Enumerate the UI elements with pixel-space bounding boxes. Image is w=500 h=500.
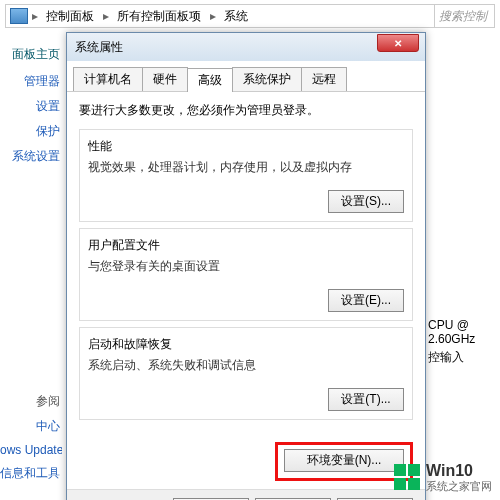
breadcrumb-nav: ▸ 控制面板 ▸ 所有控制面板项 ▸ 系统 [6,5,255,27]
performance-settings-button[interactable]: 设置(S)... [328,190,404,213]
sidebar-link[interactable]: 中心 [0,414,62,439]
group-desc: 视觉效果，处理器计划，内存使用，以及虚拟内存 [88,159,404,176]
tab-remote[interactable]: 远程 [301,67,347,91]
startup-recovery-group: 启动和故障恢复 系统启动、系统失败和调试信息 设置(T)... [79,327,413,420]
cpu-info-text: CPU @ 2.60GHz [428,318,500,346]
watermark-title: Win10 [426,462,492,480]
dialog-titlebar[interactable]: 系统属性 ✕ [67,33,425,61]
breadcrumb: ▸ 控制面板 ▸ 所有控制面板项 ▸ 系统 搜索控制 [5,4,495,28]
tab-row: 计算机名 硬件 高级 系统保护 远程 [67,61,425,92]
tab-system-protection[interactable]: 系统保护 [232,67,302,91]
group-desc: 与您登录有关的桌面设置 [88,258,404,275]
group-title: 性能 [88,138,404,155]
environment-variables-button[interactable]: 环境变量(N)... [284,449,404,472]
group-title: 启动和故障恢复 [88,336,404,353]
env-row: 环境变量(N)... [67,434,425,489]
user-profiles-settings-button[interactable]: 设置(E)... [328,289,404,312]
left-panel: 面板主页 管理器 设置 保护 系统设置 参阅 中心 ows Update 信息和… [0,42,62,500]
sidebar-item[interactable]: 保护 [0,119,62,144]
see-also-heading: 参阅 [0,389,62,414]
chevron-right-icon: ▸ [101,9,111,23]
close-icon[interactable]: ✕ [377,34,419,52]
chevron-right-icon: ▸ [30,9,40,23]
windows-logo-icon [394,464,420,490]
watermark-subtitle: 系统之家官网 [426,480,492,492]
sidebar-item[interactable]: 管理器 [0,69,62,94]
sidebar-item[interactable]: 设置 [0,94,62,119]
dialog-buttons: 确定 取消 应用(A) [67,489,425,500]
startup-recovery-settings-button[interactable]: 设置(T)... [328,388,404,411]
user-profiles-group: 用户配置文件 与您登录有关的桌面设置 设置(E)... [79,228,413,321]
sidebar-link[interactable]: 信息和工具 [0,461,62,486]
group-title: 用户配置文件 [88,237,404,254]
instruction-text: 要进行大多数更改，您必须作为管理员登录。 [79,102,413,119]
pen-info-text: 控输入 [428,349,464,366]
breadcrumb-item[interactable]: 控制面板 [40,5,101,27]
performance-group: 性能 视觉效果，处理器计划，内存使用，以及虚拟内存 设置(S)... [79,129,413,222]
system-icon [10,8,28,24]
tab-computer-name[interactable]: 计算机名 [73,67,143,91]
system-properties-dialog: 系统属性 ✕ 计算机名 硬件 高级 系统保护 远程 要进行大多数更改，您必须作为… [66,32,426,500]
dialog-title: 系统属性 [75,39,123,56]
sidebar-link[interactable]: ows Update [0,439,62,461]
tab-hardware[interactable]: 硬件 [142,67,188,91]
breadcrumb-item[interactable]: 系统 [218,5,255,27]
chevron-right-icon: ▸ [208,9,218,23]
search-input[interactable]: 搜索控制 [434,5,494,27]
watermark: Win10 系统之家官网 [394,462,492,492]
sidebar-item[interactable]: 系统设置 [0,144,62,169]
control-panel-home-link[interactable]: 面板主页 [0,42,62,69]
watermark-text: Win10 系统之家官网 [426,462,492,492]
highlight-box: 环境变量(N)... [275,442,413,481]
dialog-body: 要进行大多数更改，您必须作为管理员登录。 性能 视觉效果，处理器计划，内存使用，… [67,92,425,434]
breadcrumb-item[interactable]: 所有控制面板项 [111,5,208,27]
tab-advanced[interactable]: 高级 [187,68,233,92]
group-desc: 系统启动、系统失败和调试信息 [88,357,404,374]
